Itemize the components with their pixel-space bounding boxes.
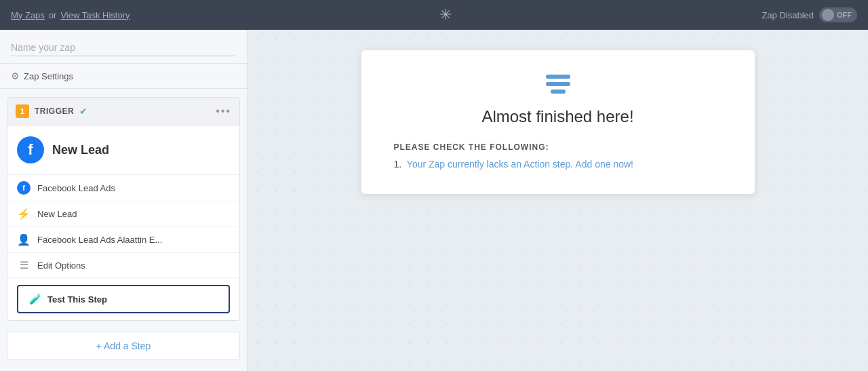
sidebar-subitem-app[interactable]: f Facebook Lead Ads [7,175,239,201]
flask-icon: 🧪 [29,293,42,305]
test-this-step-button[interactable]: 🧪 Test This Step [17,285,230,313]
or-text: or [49,10,57,20]
sidebar-subitem-app-label: Facebook Lead Ads [37,183,115,193]
zap-name-input[interactable] [11,39,236,56]
check-section: PLEASE CHECK THE FOLLOWING: 1. Your Zap … [394,142,722,170]
top-nav-right: Zap Disabled OFF [762,7,857,22]
zap-name-section [0,30,247,64]
finished-card-title: Almost finished here! [394,107,722,126]
trigger-dots-menu[interactable]: ••• [216,105,231,117]
sidebar-subitem-account[interactable]: 👤 Facebook Lead Ads Alaattin E... [7,227,239,253]
trigger-header: 1 TRIGGER ✔ ••• [7,98,239,125]
check-item-num: 1. [394,159,402,170]
checkmark-icon: ✔ [79,106,87,117]
finished-card: Almost finished here! PLEASE CHECK THE F… [361,50,755,194]
facebook-icon-small: f [17,181,31,195]
lightning-icon: ⚡ [17,208,31,220]
check-heading: PLEASE CHECK THE FOLLOWING: [394,142,722,152]
zap-settings-label: Zap Settings [24,71,73,81]
trigger-header-left: 1 TRIGGER ✔ [16,104,87,118]
toggle-off-label: OFF [837,11,852,19]
person-icon: 👤 [17,233,31,246]
view-task-history-link[interactable]: View Task History [60,10,130,20]
new-lead-title: New Lead [52,143,109,157]
sidebar-subitem-options-label: Edit Options [37,260,85,271]
toggle-circle [822,9,834,21]
zap-toggle[interactable]: OFF [819,7,857,22]
trigger-block: 1 TRIGGER ✔ ••• f New Lead f Facebook Le… [7,97,240,321]
hamburger-line-2 [546,82,570,86]
add-step-button[interactable]: + Add a Step [96,340,151,351]
sidebar-subitem-trigger[interactable]: ⚡ New Lead [7,201,239,227]
top-nav-left: My Zaps or View Task History [11,10,130,20]
trigger-title: TRIGGER [35,106,74,116]
hamburger-line-3 [551,90,566,94]
test-step-label: Test This Step [47,294,107,305]
main-layout: ⚙ Zap Settings 1 TRIGGER ✔ ••• f New Lea… [0,30,868,371]
trigger-badge: 1 [16,104,29,118]
add-action-link[interactable]: Your Zap currently lacks an Action step.… [407,159,633,170]
top-nav: My Zaps or View Task History ✳ Zap Disab… [0,0,868,30]
facebook-icon-large: f [17,136,44,163]
sidebar-subitem-options[interactable]: ☰ Edit Options [7,253,239,278]
main-content: Almost finished here! PLEASE CHECK THE F… [248,30,868,371]
zap-settings-row[interactable]: ⚙ Zap Settings [0,64,247,89]
gear-icon: ⚙ [11,71,20,81]
new-lead-tile: f New Lead [7,125,239,175]
sidebar: ⚙ Zap Settings 1 TRIGGER ✔ ••• f New Lea… [0,30,248,371]
check-item-1: 1. Your Zap currently lacks an Action st… [394,159,722,170]
list-decoration-icon [545,75,572,94]
sidebar-subitem-account-label: Facebook Lead Ads Alaattin E... [37,235,162,245]
hamburger-line-1 [546,75,570,79]
zap-status-label: Zap Disabled [762,10,814,20]
my-zaps-link[interactable]: My Zaps [11,10,45,20]
zapier-logo-icon: ✳ [439,6,452,24]
list-icon: ☰ [17,259,31,271]
sidebar-subitem-trigger-label: New Lead [37,209,77,219]
add-step-section[interactable]: + Add a Step [7,332,240,360]
